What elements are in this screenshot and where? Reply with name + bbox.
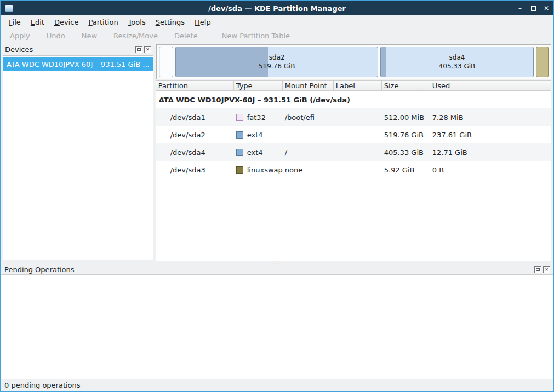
new-partition-table-button[interactable]: New Partition Table bbox=[218, 30, 294, 42]
used-cell: 237.61 GiB bbox=[430, 131, 482, 139]
partition-segment-sda1[interactable] bbox=[159, 47, 173, 77]
table-row[interactable]: /dev/sda1 fat32 /boot/efi 512.00 MiB 7.2… bbox=[156, 108, 551, 126]
type-cell: ext4 bbox=[234, 148, 283, 157]
app-window: /dev/sda — KDE Partition Manager – ✕ Fil… bbox=[0, 0, 554, 392]
partition-bar: sda2 519.76 GiB sda4 405.33 GiB bbox=[156, 44, 551, 79]
column-header-size[interactable]: Size bbox=[382, 81, 430, 90]
size-cell: 5.92 GiB bbox=[382, 166, 430, 174]
menu-tools[interactable]: Tools bbox=[123, 16, 151, 28]
column-header-used[interactable]: Used bbox=[430, 81, 482, 90]
partition-cell: /dev/sda3 bbox=[156, 166, 234, 174]
mount-point-cell: none bbox=[283, 166, 334, 174]
fs-color-swatch bbox=[236, 131, 243, 139]
titlebar[interactable]: /dev/sda — KDE Partition Manager – ✕ bbox=[1, 1, 553, 15]
fs-color-swatch bbox=[236, 166, 243, 174]
window-controls: – ✕ bbox=[513, 2, 553, 15]
segment-size: 405.33 GiB bbox=[439, 62, 476, 71]
device-group-row[interactable]: ATA WDC WD10JPVX-60J – 931.51 GiB (/dev/… bbox=[156, 91, 551, 108]
pending-operations-list bbox=[1, 274, 553, 379]
close-panel-icon[interactable]: ✕ bbox=[543, 266, 550, 273]
resize-move-button[interactable]: Resize/Move bbox=[109, 30, 162, 42]
column-header-type[interactable]: Type bbox=[234, 81, 283, 90]
menu-device[interactable]: Device bbox=[49, 16, 83, 28]
type-cell: fat32 bbox=[234, 113, 283, 122]
menu-partition[interactable]: Partition bbox=[83, 16, 123, 28]
partition-segment-sda2[interactable]: sda2 519.76 GiB bbox=[175, 47, 378, 77]
new-button[interactable]: New bbox=[77, 30, 101, 42]
devices-panel-header: Devices ✕ bbox=[3, 44, 153, 54]
pending-operations-header: Pending Operations ✕ bbox=[1, 265, 553, 274]
toolbar: Apply Undo New Resize/Move Delete New Pa… bbox=[1, 28, 553, 43]
menu-file[interactable]: File bbox=[4, 16, 26, 28]
float-panel-icon[interactable] bbox=[135, 46, 142, 53]
partition-cell: /dev/sda2 bbox=[156, 131, 234, 139]
status-text: 0 pending operations bbox=[4, 381, 81, 389]
type-cell: linuxswap bbox=[234, 166, 283, 174]
restore-icon[interactable] bbox=[527, 2, 540, 15]
menu-help[interactable]: Help bbox=[190, 16, 216, 28]
used-cell: 0 B bbox=[430, 166, 482, 174]
segment-name: sda4 bbox=[449, 53, 465, 62]
partition-cell: /dev/sda1 bbox=[156, 113, 234, 122]
device-list-item[interactable]: ATA WDC WD10JPVX-60J – 931.51 GiB ... bbox=[3, 57, 153, 71]
status-bar: 0 pending operations bbox=[1, 379, 553, 391]
minimize-icon[interactable]: – bbox=[513, 2, 527, 15]
mount-point-cell: /boot/efi bbox=[283, 113, 334, 122]
float-panel-icon[interactable] bbox=[534, 266, 541, 273]
delete-button[interactable]: Delete bbox=[170, 30, 202, 42]
main-pane: sda2 519.76 GiB sda4 405.33 GiB Partitio bbox=[156, 43, 553, 261]
pending-operations-title: Pending Operations bbox=[4, 266, 533, 274]
size-cell: 512.00 MiB bbox=[382, 113, 430, 122]
devices-panel: Devices ✕ ATA WDC WD10JPVX-60J – 931.51 … bbox=[1, 43, 153, 261]
window-title: /dev/sda — KDE Partition Manager bbox=[1, 4, 553, 13]
close-panel-icon[interactable]: ✕ bbox=[144, 46, 151, 53]
size-cell: 405.33 GiB bbox=[382, 148, 430, 157]
menubar: File Edit Device Partition Tools Setting… bbox=[1, 15, 553, 28]
used-cell: 12.71 GiB bbox=[430, 148, 482, 157]
fs-color-swatch bbox=[236, 149, 243, 156]
table-row[interactable]: /dev/sda4 ext4 / 405.33 GiB 12.71 GiB bbox=[156, 143, 551, 161]
segment-size: 519.76 GiB bbox=[259, 62, 295, 71]
table-row[interactable]: /dev/sda2 ext4 519.76 GiB 237.61 GiB bbox=[156, 126, 551, 143]
device-list: ATA WDC WD10JPVX-60J – 931.51 GiB ... bbox=[3, 55, 153, 260]
column-header-mount-point[interactable]: Mount Point bbox=[283, 81, 334, 90]
undo-button[interactable]: Undo bbox=[42, 30, 70, 42]
partition-cell: /dev/sda4 bbox=[156, 148, 234, 157]
table-row[interactable]: /dev/sda3 linuxswap none 5.92 GiB 0 B bbox=[156, 161, 551, 178]
partition-table: Partition Type Mount Point Label Size Us… bbox=[156, 80, 551, 261]
used-cell: 7.28 MiB bbox=[430, 113, 482, 122]
apply-button[interactable]: Apply bbox=[5, 30, 35, 42]
column-header-filler bbox=[482, 81, 551, 90]
size-cell: 519.76 GiB bbox=[382, 131, 430, 139]
column-header-partition[interactable]: Partition bbox=[156, 81, 234, 90]
restore-glyph bbox=[531, 6, 536, 11]
table-header: Partition Type Mount Point Label Size Us… bbox=[156, 80, 551, 91]
segment-name: sda2 bbox=[269, 53, 285, 62]
menu-settings[interactable]: Settings bbox=[151, 16, 190, 28]
main-content: Devices ✕ ATA WDC WD10JPVX-60J – 931.51 … bbox=[1, 43, 553, 261]
partition-segment-sda3[interactable] bbox=[536, 47, 549, 77]
type-cell: ext4 bbox=[234, 131, 283, 139]
fs-color-swatch bbox=[236, 114, 243, 121]
close-icon[interactable]: ✕ bbox=[540, 2, 553, 15]
devices-panel-title: Devices bbox=[5, 45, 134, 54]
app-icon bbox=[5, 5, 13, 12]
partition-segment-sda4[interactable]: sda4 405.33 GiB bbox=[380, 47, 533, 77]
horizontal-splitter[interactable]: ····· bbox=[1, 261, 553, 265]
mount-point-cell: / bbox=[283, 148, 334, 157]
menu-edit[interactable]: Edit bbox=[26, 16, 49, 28]
column-header-label[interactable]: Label bbox=[334, 81, 382, 90]
